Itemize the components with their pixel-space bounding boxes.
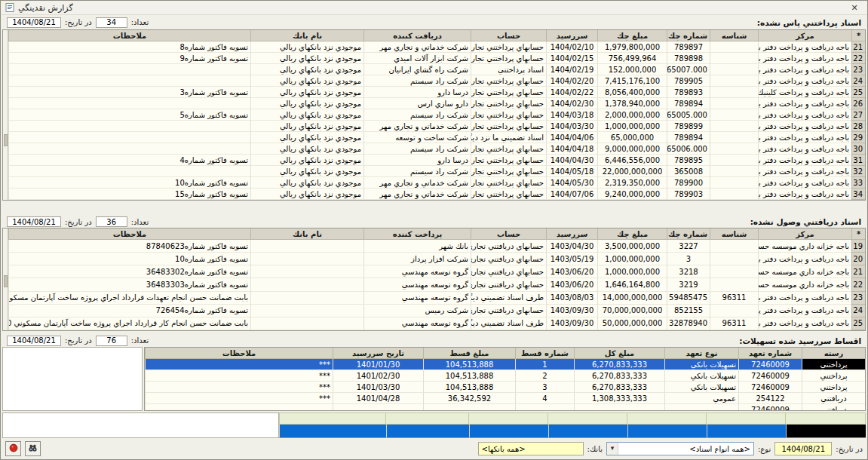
scrollbar-thumb[interactable]	[4, 275, 8, 287]
table-row[interactable]: 24 باجه دريافت و پرداخت دفتر پيمانكاري آ…	[8, 305, 865, 317]
cell-account: حسابهاي پرداختني تجاري	[471, 109, 546, 121]
table-row[interactable]: 34 باجه دريافت و پرداخت دفتر بازرگاني آب…	[8, 189, 865, 200]
table-row[interactable]: 23 باجه دريافت و پرداخت دفتر بازرگاني آب…	[8, 64, 865, 75]
column-header-due[interactable]: سررسيد	[546, 30, 597, 41]
table-row[interactable]: 28 باجه دريافت و پرداخت دفتر بازرگاني آب…	[8, 121, 865, 132]
row-number[interactable]: 26	[851, 98, 865, 109]
row-number[interactable]: 32	[851, 166, 865, 177]
row-number[interactable]: 31	[851, 155, 865, 166]
row-number[interactable]: 23	[851, 64, 865, 75]
column-header-bank[interactable]: نام بانك	[250, 30, 363, 41]
row-number[interactable]: 34	[851, 189, 865, 200]
table-row[interactable]: 19 باجه خزانه داري موسسه حسابرسي 3227 3,…	[8, 240, 865, 253]
row-number[interactable]: 21	[851, 265, 865, 278]
table-row[interactable]: پرداختني 72460009 تسهيلات بانكي 6,270,83…	[145, 359, 865, 370]
bank-filter-field[interactable]: <همه بانكها>	[478, 442, 584, 455]
row-number[interactable]: 22	[851, 53, 865, 64]
table-row[interactable]: 22 باجه خزانه داري موسسه حسابرسي 3219 1,…	[8, 278, 865, 291]
vertical-scrollbar[interactable]	[3, 30, 8, 200]
cell-bank: موجودي نزد بانكهاي ريالي	[250, 109, 363, 121]
column-header-due[interactable]: سررسيد	[546, 228, 597, 240]
table-row[interactable]: 29 باجه دريافت و پرداخت دفتر بازرگاني آب…	[8, 132, 865, 143]
table-row[interactable]: 25 باجه دريافت و پرداخت كلينيك زيبايي آب…	[8, 87, 865, 98]
cell-bank: موجودي نزد بانكهاي ريالي	[250, 143, 363, 155]
table-row[interactable]: 31 باجه دريافت و پرداخت دفتر بازرگاني آب…	[8, 155, 865, 166]
column-header-rownum[interactable]: *	[851, 228, 865, 240]
column-header-commitment-type[interactable]: نوع تعهد	[664, 348, 738, 359]
column-header-receiver[interactable]: دريافت كننده	[363, 30, 471, 41]
column-header-payer[interactable]: پرداخت كننده	[363, 228, 471, 240]
row-number[interactable]: 33	[851, 177, 865, 189]
column-header-id[interactable]: شناسه	[710, 30, 758, 41]
close-icon[interactable]: ✕	[846, 3, 863, 13]
column-header-rownum[interactable]: *	[851, 30, 865, 41]
cell-notes: تسويه فاكتور شماره5	[8, 109, 250, 121]
column-header-installment-number[interactable]: شماره قسط	[515, 348, 574, 359]
column-header-total-amount[interactable]: مبلغ كل	[574, 348, 664, 359]
table-row[interactable]: 27 باجه دريافت و پرداخت دفتر بازرگاني آب…	[8, 109, 865, 121]
row-number[interactable]: 23	[851, 292, 865, 305]
document-type-dropdown[interactable]: <همه انواع اسناد> ▾	[606, 442, 754, 455]
table-row[interactable]: 25 باجه دريافت و پرداخت دفتر بازرگاني آب…	[8, 317, 865, 330]
column-header-account[interactable]: حساب	[471, 228, 546, 240]
table-row[interactable]: 26 باجه دريافت و پرداخت دفتر بازرگاني آب…	[8, 98, 865, 109]
table-row[interactable]: 32 باجه دريافت و پرداخت دفتر بازرگاني آب…	[8, 166, 865, 177]
table-row[interactable]: 30 باجه دريافت و پرداخت دفتر بازرگاني آب…	[8, 143, 865, 155]
column-header-amount[interactable]: مبلغ چك	[597, 228, 667, 240]
table-row[interactable]: 21 باجه دريافت و پرداخت دفتر بازرگاني آب…	[8, 41, 865, 53]
column-header-check[interactable]: شماره چك	[667, 30, 710, 41]
chevron-down-icon[interactable]: ▾	[607, 443, 618, 455]
table-row[interactable]: 22 باجه دريافت و پرداخت دفتر بازرگاني آب…	[8, 53, 865, 64]
row-number[interactable]: 20	[851, 253, 865, 265]
cell-id	[710, 64, 758, 75]
column-header-installment-amount[interactable]: مبلغ قسط	[423, 348, 515, 359]
column-header-notes[interactable]: ملاحظات	[145, 348, 333, 359]
table-row[interactable]: دريافتني 254122 عمومي 1,308,333,333 4 36…	[145, 393, 865, 404]
table-row[interactable]: 21 باجه خزانه داري موسسه حسابرسي 3218 1,…	[8, 265, 865, 278]
table-row[interactable]: پرداختني 72460009 تسهيلات بانكي 6,270,83…	[145, 370, 865, 382]
row-number[interactable]: 21	[851, 41, 865, 53]
column-header-markaz[interactable]: مركز	[758, 30, 851, 41]
table-row[interactable]: 23 باجه دريافت و پرداخت دفتر بازرگاني آب…	[8, 292, 865, 305]
row-number[interactable]: 25	[851, 317, 865, 330]
cell-receiver: شركت راد سيستم	[363, 109, 471, 121]
cell-bank: موجودي نزد بانكهاي ريالي	[250, 87, 363, 98]
column-header-account[interactable]: حساب	[471, 30, 546, 41]
column-header-category[interactable]: رسته	[802, 348, 865, 359]
bank-label: بانك:	[587, 445, 603, 453]
cell-notes: تسويه فاكتور شماره9	[8, 53, 250, 64]
row-number[interactable]: 27	[851, 109, 865, 121]
cell-check-amount: 9,000,000,000	[597, 143, 667, 155]
cell-id	[710, 253, 758, 265]
cell-account: حسابهاي دريافتني تجاري- حسا	[471, 278, 546, 291]
column-header-notes[interactable]: ملاحظات	[8, 30, 250, 41]
column-header-due-date[interactable]: تاريخ سررسيد	[333, 348, 423, 359]
table-row[interactable]: 20 باجه دريافت و پرداخت دفتر بازرگاني آب…	[8, 253, 865, 265]
cell-check-number: 365005.000	[667, 109, 710, 121]
scrollbar-thumb[interactable]	[4, 134, 8, 146]
table-row[interactable]: دريافتني 72460009	[145, 404, 865, 411]
column-header-amount[interactable]: مبلغ چك	[597, 30, 667, 41]
row-number[interactable]: 22	[851, 278, 865, 291]
search-button[interactable]	[25, 441, 41, 456]
row-number[interactable]: 24	[851, 75, 865, 87]
row-number[interactable]: 25	[851, 87, 865, 98]
column-header-commitment-number[interactable]: شماره تعهد	[738, 348, 802, 359]
table-row[interactable]: 24 باجه دريافت و پرداخت دفتر بازرگاني آب…	[8, 75, 865, 87]
column-header-markaz[interactable]: مركز	[758, 228, 851, 240]
cell-receiver: شركت راد سيستم	[363, 75, 471, 87]
row-number[interactable]: 30	[851, 143, 865, 155]
column-header-check[interactable]: شماره چك	[667, 228, 710, 240]
table-row[interactable]: پرداختني 72460009 تسهيلات بانكي 6,270,83…	[145, 382, 865, 393]
table-row[interactable]: 33 باجه دريافت و پرداخت دفتر بازرگاني آب…	[8, 177, 865, 189]
row-number[interactable]: 28	[851, 121, 865, 132]
column-header-id[interactable]: شناسه	[710, 228, 758, 240]
row-number[interactable]: 24	[851, 305, 865, 317]
column-header-bank[interactable]: نام بانك	[250, 228, 363, 240]
row-number[interactable]: 29	[851, 132, 865, 143]
column-header-notes[interactable]: ملاحظات	[8, 228, 250, 240]
report-date-field[interactable]: 1404/08/21	[774, 442, 832, 455]
vertical-scrollbar[interactable]	[3, 228, 8, 330]
row-number[interactable]: 19	[851, 240, 865, 253]
exit-button[interactable]	[5, 441, 21, 456]
